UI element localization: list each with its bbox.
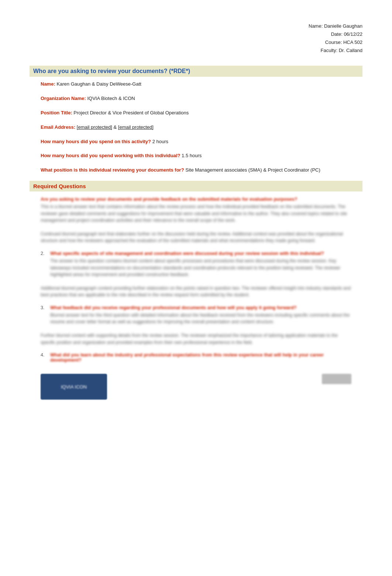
- position-review-label: What position is this individual reviewi…: [41, 167, 184, 173]
- name-label: Name:: [309, 23, 323, 29]
- question-block-2b: Additional blurred paragraph content pro…: [41, 285, 351, 299]
- email-label-red: Email Address:: [41, 124, 75, 130]
- email-value2: [email protected]: [118, 124, 154, 130]
- bottom-row: IQVIA ICON: [41, 371, 351, 400]
- header-info: Name: Danielle Gaughan Date: 06/12/22 Co…: [30, 22, 362, 55]
- section1-header: Who are you asking to review your docume…: [30, 66, 362, 77]
- q2b-answer: Additional blurred paragraph content pro…: [41, 285, 351, 299]
- required-section-header: Required Questions: [30, 181, 362, 192]
- q2-answer: The answer to this question contains blu…: [50, 258, 351, 278]
- q3-number: 3.: [41, 305, 47, 325]
- date-value: 06/12/22: [344, 31, 362, 37]
- position-review-value: Site Management associates (SMA) & Proje…: [185, 167, 320, 173]
- q1b-answer: Continued blurred paragraph text that el…: [41, 231, 351, 244]
- course-label: Course:: [325, 39, 342, 45]
- email-value1: [email protected]: [77, 124, 112, 130]
- question-block-3: 3. What feedback did you receive regardi…: [41, 305, 351, 325]
- hours-activity-row: How many hours did you spend on this act…: [41, 138, 351, 146]
- q2-number: 2.: [41, 251, 47, 278]
- hours-activity-label: How many hours did you spend on this act…: [41, 139, 151, 144]
- q1-title: Are you asking to review your documents …: [41, 197, 351, 202]
- bottom-right-blurred: [322, 374, 351, 384]
- name-label-red: Name:: [41, 81, 55, 87]
- question-block-4: 4. What did you learn about the industry…: [41, 352, 351, 364]
- course-value: HCA 502: [343, 39, 362, 45]
- hours-individual-value: 1.5 hours: [182, 153, 202, 158]
- question-block-2: 2. What specific aspects of site managem…: [41, 251, 351, 278]
- faculty-label: Faculty:: [321, 48, 338, 53]
- name-value-field: Karen Gaughan & Daisy DeWeese-Gatt: [56, 81, 141, 87]
- position-review-row: What position is this individual reviewi…: [41, 166, 351, 174]
- q3-answer: Blurred answer text for the third questi…: [50, 312, 351, 325]
- question-block-1: Are you asking to review your documents …: [41, 197, 351, 224]
- position-row: Position Title: Project Director & Vice …: [41, 109, 351, 117]
- question-block-3b: Further blurred content with supporting …: [41, 332, 351, 346]
- org-label-red: Organization Name:: [41, 96, 86, 101]
- q1-answer: This is a blurred answer text that conta…: [41, 203, 351, 224]
- email-amp: &: [114, 124, 118, 130]
- q3b-answer: Further blurred content with supporting …: [41, 332, 351, 346]
- org-value-field: IQVIA Biotech & ICON: [87, 96, 135, 101]
- q4-content: What did you learn about the industry an…: [50, 352, 351, 364]
- q2-title: What specific aspects of site management…: [50, 251, 351, 256]
- q2-content: What specific aspects of site management…: [50, 251, 351, 278]
- hours-individual-row: How many hours did you spend working wit…: [41, 152, 351, 160]
- questions-body: Are you asking to review your documents …: [30, 197, 362, 400]
- question-block-1b: Continued blurred paragraph text that el…: [41, 231, 351, 244]
- form-body: Name: Karen Gaughan & Daisy DeWeese-Gatt…: [30, 80, 362, 174]
- q3-content: What feedback did you receive regarding …: [50, 305, 351, 325]
- faculty-value: Dr. Calland: [339, 48, 362, 53]
- hours-individual-label: How many hours did you spend working wit…: [41, 153, 180, 158]
- position-label-red: Position Title:: [41, 110, 72, 115]
- date-label: Date:: [331, 31, 343, 37]
- q4-title: What did you learn about the industry an…: [50, 352, 351, 363]
- name-row: Name: Karen Gaughan & Daisy DeWeese-Gatt: [41, 80, 351, 88]
- email-row: Email Address: [email protected] & [emai…: [41, 124, 351, 131]
- hours-activity-value: 2 hours: [152, 139, 168, 144]
- q3-title: What feedback did you receive regarding …: [50, 305, 351, 310]
- position-value-field: Project Director & Vice President of Glo…: [73, 110, 189, 115]
- name-value: Danielle Gaughan: [324, 23, 362, 29]
- q4-number: 4.: [41, 352, 47, 364]
- company-logo-image: IQVIA ICON: [41, 374, 107, 400]
- org-row: Organization Name: IQVIA Biotech & ICON: [41, 95, 351, 103]
